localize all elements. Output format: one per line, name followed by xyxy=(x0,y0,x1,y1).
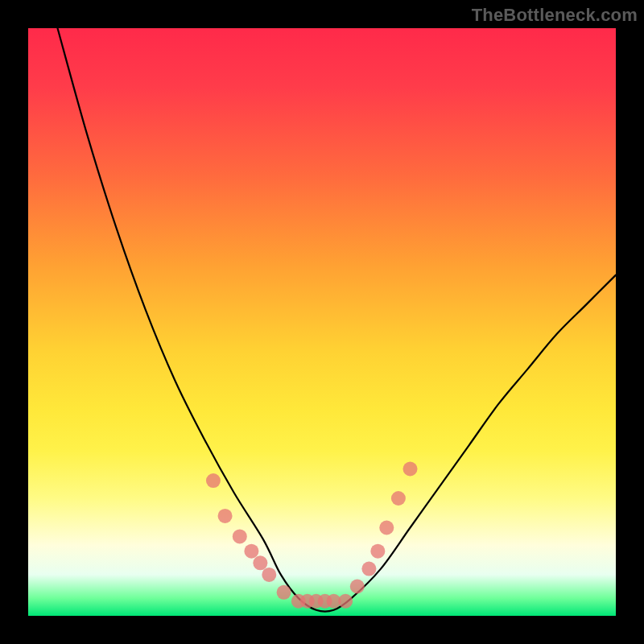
chart-container: TheBottleneck.com xyxy=(0,0,644,644)
curve-line xyxy=(58,28,617,612)
data-point xyxy=(253,555,267,570)
data-point xyxy=(277,585,291,600)
data-point xyxy=(262,568,276,582)
data-point xyxy=(391,491,406,506)
plot-area xyxy=(28,28,616,616)
data-point xyxy=(338,594,353,609)
data-point xyxy=(206,473,221,488)
data-point xyxy=(244,544,258,559)
data-point xyxy=(218,509,233,523)
chart-svg xyxy=(28,28,616,616)
data-points-group xyxy=(206,462,418,609)
data-point xyxy=(370,544,385,559)
data-point xyxy=(350,580,365,594)
watermark-text: TheBottleneck.com xyxy=(472,5,638,26)
data-point xyxy=(379,521,394,535)
data-point xyxy=(361,562,376,576)
data-point xyxy=(403,462,418,477)
data-point xyxy=(233,529,247,543)
